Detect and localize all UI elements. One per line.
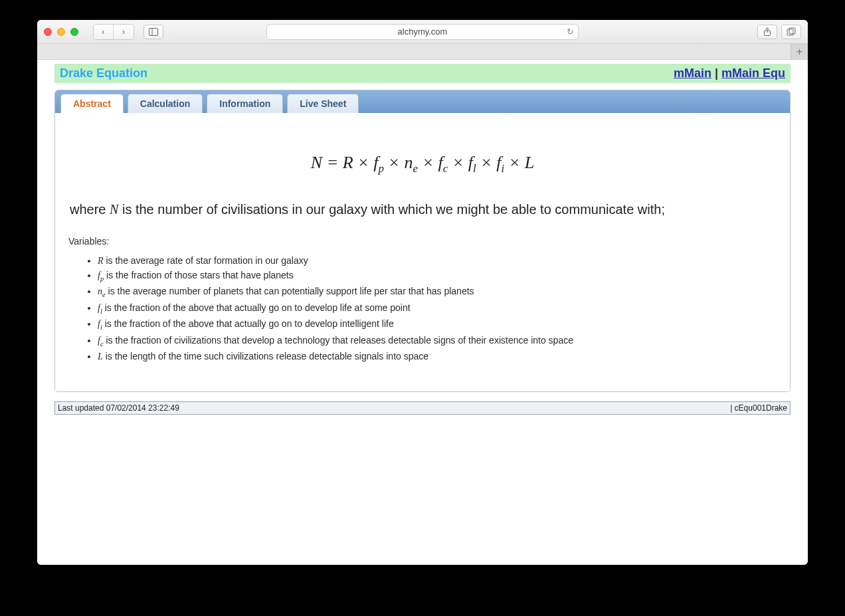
- variable-item: L is the length of the time such civiliz…: [98, 350, 777, 363]
- minimize-window-button[interactable]: [57, 28, 65, 36]
- titlebar: ‹ › alchymy.com ↻: [37, 20, 808, 44]
- header-links: mMain | mMain Equ: [674, 66, 785, 80]
- panel-body: N = R × fp × ne × fc × fl × fi × L where…: [55, 113, 790, 391]
- variable-item: fc is the fraction of civilizations that…: [98, 334, 777, 349]
- link-mmain-equ[interactable]: mMain Equ: [721, 66, 785, 80]
- variables-label: Variables:: [68, 236, 777, 247]
- tabs-button[interactable]: [781, 25, 801, 39]
- address-text: alchymy.com: [398, 27, 448, 37]
- nav-buttons: ‹ ›: [93, 24, 134, 40]
- tab-bar: AbstractCalculationInformationLive Sheet: [55, 90, 790, 113]
- tabs-icon: [787, 27, 796, 37]
- back-button[interactable]: ‹: [94, 25, 114, 39]
- tab-live-sheet[interactable]: Live Sheet: [287, 94, 359, 113]
- browser-window: ‹ › alchymy.com ↻: [37, 20, 808, 565]
- address-bar[interactable]: alchymy.com ↻: [266, 24, 579, 40]
- tab-abstract[interactable]: Abstract: [60, 94, 124, 113]
- variable-item: R is the average rate of star formation …: [98, 255, 777, 268]
- reload-icon[interactable]: ↻: [567, 27, 574, 37]
- content-panel: AbstractCalculationInformationLive Sheet…: [54, 90, 791, 392]
- page-header: Drake Equation mMain | mMain Equ: [54, 64, 791, 83]
- tab-strip: +: [37, 44, 808, 60]
- variable-item: fl is the fraction of the above that act…: [98, 302, 777, 316]
- variable-item: ne is the average number of planets that…: [98, 285, 777, 300]
- where-text: where N is the number of civilisations i…: [70, 202, 775, 217]
- page-footer: Last updated 07/02/2014 23:22:49 | cEqu0…: [54, 401, 791, 415]
- share-button[interactable]: [757, 25, 777, 39]
- footer-updated: Last updated 07/02/2014 23:22:49: [58, 403, 179, 413]
- share-icon: [763, 27, 772, 37]
- where-prefix: where: [70, 202, 110, 217]
- tab-information[interactable]: Information: [207, 94, 283, 113]
- drake-equation: N = R × fp × ne × fc × fl × fi × L: [68, 153, 777, 175]
- where-symbol: N: [110, 202, 118, 217]
- svg-rect-0: [149, 28, 158, 35]
- window-controls: [44, 28, 78, 36]
- page-title: Drake Equation: [60, 66, 147, 80]
- link-mmain[interactable]: mMain: [674, 66, 711, 80]
- sidebar-icon: [149, 28, 158, 36]
- variable-item: fp is the fraction of those stars that h…: [98, 269, 777, 284]
- variable-item: fi is the fraction of the above that act…: [98, 318, 777, 332]
- close-window-button[interactable]: [44, 28, 52, 36]
- svg-rect-4: [787, 29, 793, 35]
- footer-id: | cEqu001Drake: [730, 403, 787, 413]
- svg-rect-5: [789, 28, 795, 34]
- tab-calculation[interactable]: Calculation: [128, 94, 203, 113]
- zoom-window-button[interactable]: [70, 28, 78, 36]
- variables-list: R is the average rate of star formation …: [68, 255, 777, 363]
- toolbar-right: [757, 25, 801, 39]
- page-content: Drake Equation mMain | mMain Equ Abstrac…: [37, 60, 808, 565]
- sidebar-toggle-button[interactable]: [143, 25, 163, 39]
- forward-button[interactable]: ›: [114, 25, 134, 39]
- link-separator: |: [715, 66, 721, 80]
- where-rest: is the number of civilisations in our ga…: [118, 202, 665, 217]
- new-tab-button[interactable]: +: [791, 44, 808, 59]
